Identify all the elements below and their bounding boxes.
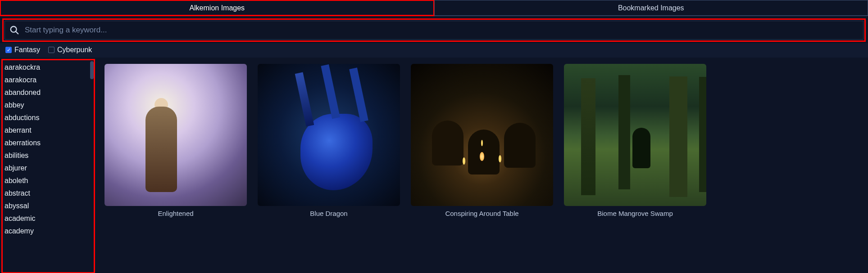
filter-fantasy[interactable]: ✓ Fantasy <box>5 46 40 54</box>
gallery-caption: Conspiring Around Table <box>445 210 518 217</box>
gallery-card[interactable]: Conspiring Around Table <box>410 64 554 269</box>
keyword-item[interactable]: academic <box>5 212 92 225</box>
keyword-item[interactable]: abbey <box>5 99 92 112</box>
tab-alkemion-images[interactable]: Alkemion Images <box>0 0 434 16</box>
scrollbar-thumb[interactable] <box>90 61 94 79</box>
gallery-thumbnail[interactable] <box>564 64 706 206</box>
keyword-item[interactable]: abandoned <box>5 86 92 99</box>
gallery-caption: Blue Dragon <box>310 210 347 217</box>
keyword-item[interactable]: aarakocra <box>5 74 92 86</box>
gallery-caption: Enlightened <box>158 210 193 217</box>
filter-label: Cyberpunk <box>57 46 92 54</box>
keyword-item[interactable]: aberrant <box>5 124 92 137</box>
filter-cyberpunk[interactable]: Cyberpunk <box>48 46 92 54</box>
gallery-thumbnail[interactable] <box>258 64 400 206</box>
search-input[interactable] <box>25 26 859 35</box>
keyword-sidebar[interactable]: aarakockraaarakocraabandonedabbeyabducti… <box>2 59 95 273</box>
keyword-item[interactable]: aberrations <box>5 137 92 149</box>
image-gallery: Enlightened Blue Dragon Conspiring Aroun… <box>95 59 868 273</box>
keyword-item[interactable]: academy <box>5 225 92 237</box>
keyword-item[interactable]: aarakockra <box>5 61 92 74</box>
gallery-thumbnail[interactable] <box>411 64 553 206</box>
search-bar-container <box>3 19 865 41</box>
gallery-card[interactable]: Biome Mangrove Swamp <box>563 64 707 269</box>
gallery-card[interactable]: Blue Dragon <box>257 64 401 269</box>
gallery-caption: Biome Mangrove Swamp <box>597 210 673 217</box>
tab-bookmarked-images[interactable]: Bookmarked Images <box>434 0 868 16</box>
keyword-item[interactable]: abyssal <box>5 200 92 212</box>
checkbox-icon <box>48 47 55 53</box>
keyword-item[interactable]: abilities <box>5 149 92 162</box>
tab-bar: Alkemion Images Bookmarked Images <box>0 0 868 16</box>
search-icon <box>9 25 19 35</box>
checkbox-icon: ✓ <box>5 47 12 53</box>
content-area: aarakockraaarakocraabandonedabbeyabducti… <box>0 58 868 273</box>
search-bar[interactable] <box>5 21 863 40</box>
keyword-item[interactable]: abstract <box>5 187 92 200</box>
keyword-item[interactable]: aboleth <box>5 175 92 187</box>
tab-label: Alkemion Images <box>189 4 245 12</box>
keyword-item[interactable]: abjurer <box>5 162 92 175</box>
gallery-card[interactable]: Enlightened <box>104 64 248 269</box>
tab-label: Bookmarked Images <box>618 4 684 12</box>
keyword-item[interactable]: abductions <box>5 112 92 124</box>
svg-line-1 <box>16 31 18 34</box>
filter-row: ✓ Fantasy Cyberpunk <box>0 43 868 58</box>
gallery-thumbnail[interactable] <box>105 64 247 206</box>
filter-label: Fantasy <box>14 46 40 54</box>
